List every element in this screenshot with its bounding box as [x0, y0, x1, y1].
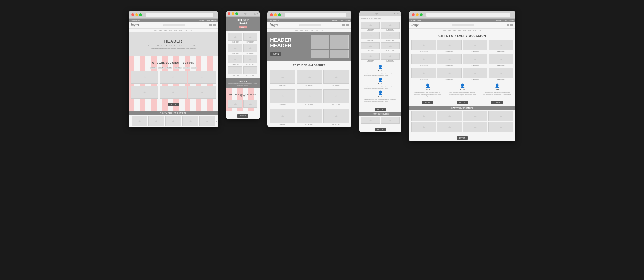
nav-item-1-7[interactable]: NAV [190, 29, 192, 31]
hero-button-3[interactable]: BUTTON [270, 52, 281, 56]
tl-yellow-3[interactable] [274, 13, 277, 16]
addressbar-1[interactable] [146, 13, 213, 17]
win5-team-title-2: TITLE [481, 88, 513, 90]
win5-team-btn-2[interactable]: BUTTON [491, 101, 503, 104]
win4-cat-img-5 [381, 42, 400, 49]
win3-cat-label-7: CATEGORY [305, 123, 313, 125]
win5-button[interactable]: BUTTON [457, 136, 468, 140]
tab-5-1[interactable]: Tab Y [191, 67, 197, 69]
nav-item-1-3[interactable]: NAV [169, 29, 172, 31]
win2-minus-icon[interactable]: − [252, 13, 254, 15]
win5-cat-3: CATEGORY [489, 40, 513, 53]
win2-shop-badge[interactable]: SHOP [239, 26, 247, 28]
win4-close-icon[interactable]: × [398, 12, 400, 15]
nav-item-5-0[interactable]: NAV [443, 29, 446, 31]
nav-item-5-3[interactable]: NAV [458, 29, 461, 31]
nav-item-5-6[interactable]: NAV [473, 29, 476, 31]
nav-item-5-4[interactable]: NAV [463, 29, 466, 31]
win2-cat-img-4 [228, 55, 242, 63]
carousel-left-1[interactable]: ‹ [130, 120, 130, 122]
addressbar-3[interactable] [285, 13, 346, 17]
carousel-img-4 [199, 116, 215, 126]
win4-cat-img-3 [381, 32, 400, 39]
win2-shop-img-1 [243, 100, 257, 108]
nav-item-3-0[interactable]: NAV [295, 29, 298, 31]
win4-button[interactable]: BUTTON [375, 108, 386, 111]
tab-1-1[interactable]: Tab FA [158, 67, 164, 69]
nav-item-5-7[interactable]: NAV [479, 29, 481, 31]
user-icon-1[interactable] [209, 24, 212, 26]
win5-happy-img-1 [437, 111, 462, 121]
win2-expand-icon[interactable]: □ [254, 13, 256, 15]
tl-red-1[interactable] [131, 13, 134, 16]
header-icons-1 [209, 24, 216, 26]
nav-item-1-0[interactable]: NAV [154, 29, 157, 31]
nav-item-1-1[interactable]: NAV [159, 29, 162, 31]
nav-item-3-2[interactable]: NAV [305, 29, 308, 31]
nav-item-5-5[interactable]: NAV [468, 29, 471, 31]
tab-2-1[interactable]: Tab FA [166, 67, 172, 69]
header-icons-5 [507, 24, 513, 26]
carousel-img-1 [148, 116, 164, 126]
win4-expand-icon[interactable]: □ [396, 12, 397, 15]
nav-item-1-4[interactable]: NAV [174, 29, 177, 31]
tab-3-1[interactable]: Tab GR A [174, 67, 182, 69]
search-input-1[interactable] [163, 24, 185, 26]
nav-item-5-1[interactable]: NAV [448, 29, 451, 31]
nav-item-3-4[interactable]: NAV [316, 29, 318, 31]
nav-item-1-5[interactable]: NAV [179, 29, 182, 31]
tl-yellow-1[interactable] [135, 13, 138, 16]
nav-item-1-6[interactable]: NAV [185, 29, 187, 31]
tl-green-3[interactable] [278, 13, 281, 16]
cart-icon-1[interactable] [213, 24, 216, 26]
win5-cat-11: CATEGORY [489, 68, 513, 81]
tab-4-1[interactable]: Tab AR [183, 67, 190, 69]
user-icon-5[interactable] [507, 24, 509, 26]
win3-cat-7: CATEGORY [297, 109, 322, 125]
cart-icon-5[interactable] [510, 24, 513, 26]
win2-close-icon[interactable]: × [256, 13, 258, 15]
win5-team-btn-0[interactable]: BUTTON [422, 101, 433, 104]
tab-0-1[interactable]: Tab Gift [150, 67, 157, 69]
carousel-right-1[interactable]: › [216, 120, 217, 122]
win4-minus-icon[interactable]: − [394, 12, 395, 15]
win5-cat-img-0 [411, 40, 436, 50]
win5-cat-9: CATEGORY [437, 68, 462, 81]
win2-button[interactable]: BUTTON [237, 114, 248, 118]
tl-yellow-2[interactable] [232, 12, 234, 15]
win5-team-btn-1[interactable]: BUTTON [457, 101, 468, 104]
win2-cat-label-3: CATEGORY [246, 52, 254, 54]
nav-bar-1: NAV NAV NAV NAV NAV NAV NAV NAV [129, 29, 218, 32]
browser-chrome-2: logo − □ × [226, 11, 260, 17]
cart-icon-3[interactable] [346, 24, 349, 26]
search-input-3[interactable] [299, 24, 321, 26]
tl-yellow-5[interactable] [416, 13, 419, 16]
nav-item-3-3[interactable]: NAV [311, 29, 313, 31]
tl-red-3[interactable] [270, 13, 273, 16]
browser-chrome-1 [129, 11, 218, 19]
tl-green-5[interactable] [420, 13, 423, 16]
browser-window-4: logo − □ × GIFTS FOR EVERY OCCASION CATE… [359, 11, 401, 132]
win3-cat-img-3 [270, 89, 295, 103]
addressbar-5[interactable] [426, 13, 510, 17]
search-input-5[interactable] [452, 24, 474, 26]
tl-red-5[interactable] [412, 13, 415, 16]
featured-products-1: FEATURED PRODUCTS [129, 111, 218, 115]
win5-team-member-1: 👤 TITLE Lorem ipsum dolor sit amet, cons… [446, 83, 479, 104]
nav-item-5-2[interactable]: NAV [453, 29, 456, 31]
nav-bar-5: NAV NAV NAV NAV NAV NAV NAV NAV [409, 29, 515, 32]
shopping-button-1[interactable]: BUTTON [168, 103, 179, 106]
tl-green-1[interactable] [139, 13, 142, 16]
mockup-content-3: PROMOTION Contact FAQs Wishlist logo NAV… [267, 19, 351, 127]
tl-green-2[interactable] [235, 12, 238, 15]
site-logo-1: logo [131, 23, 139, 27]
tl-red-2[interactable] [228, 12, 230, 15]
site-logo-3: logo [270, 23, 278, 27]
win3-cat-img-5 [323, 89, 349, 103]
nav-item-3-1[interactable]: NAV [300, 29, 303, 31]
nav-item-1-2[interactable]: NAV [164, 29, 167, 31]
nav-item-3-5[interactable]: NAV [321, 29, 323, 31]
user-icon-3[interactable] [342, 24, 345, 26]
win4-button2[interactable]: BUTTON [375, 128, 386, 131]
win2-cat-item-6: CATE-ORY [228, 66, 242, 76]
